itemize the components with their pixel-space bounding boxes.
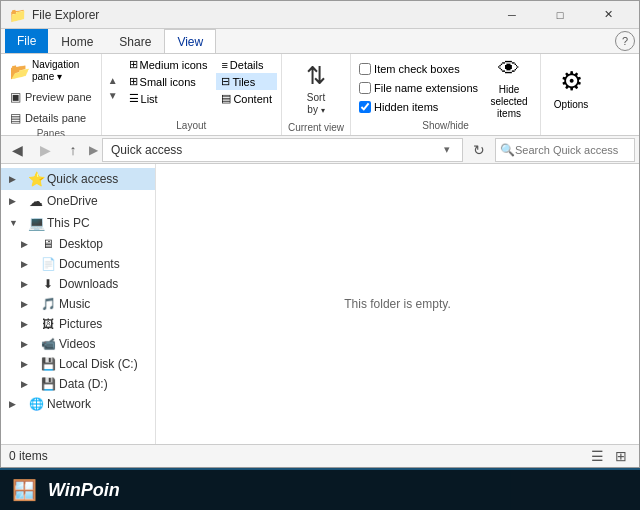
layout-scroll-up[interactable]: ▲ bbox=[106, 73, 120, 88]
search-box: 🔍 bbox=[495, 138, 635, 162]
navigation-pane-button[interactable]: 📂 Navigationpane ▾ bbox=[5, 56, 97, 86]
sidebar-item-desktop[interactable]: ▶ 🖥 Desktop bbox=[1, 234, 155, 254]
hide-selected-button[interactable]: 👁 Hide selected items bbox=[484, 58, 534, 118]
empty-folder-message: This folder is empty. bbox=[344, 297, 450, 311]
videos-icon: 📹 bbox=[39, 337, 57, 351]
address-dropdown-arrow[interactable]: ▾ bbox=[440, 143, 454, 156]
close-button[interactable]: ✕ bbox=[585, 1, 631, 29]
onedrive-icon: ☁ bbox=[27, 193, 45, 209]
sort-by-button[interactable]: ⇅ Sortby ▾ bbox=[294, 56, 339, 122]
sidebar-item-pictures[interactable]: ▶ 🖼 Pictures bbox=[1, 314, 155, 334]
onedrive-label: OneDrive bbox=[47, 194, 98, 208]
downloads-arrow: ▶ bbox=[21, 279, 37, 289]
back-button[interactable]: ◀ bbox=[5, 138, 29, 162]
search-input[interactable] bbox=[515, 144, 640, 156]
pictures-icon: 🖼 bbox=[39, 317, 57, 331]
panes-group: 📂 Navigationpane ▾ ▣ Preview pane ▤ Deta… bbox=[1, 54, 102, 135]
sidebar-item-local-disk-c[interactable]: ▶ 💾 Local Disk (C:) bbox=[1, 354, 155, 374]
layout-tiles[interactable]: ⊟ Tiles bbox=[216, 73, 277, 90]
hidden-items-toggle[interactable]: Hidden items bbox=[357, 98, 480, 116]
local-disk-c-icon: 💾 bbox=[39, 357, 57, 371]
layout-scroll-down[interactable]: ▼ bbox=[106, 88, 120, 103]
details-icon: ≡ bbox=[221, 59, 227, 71]
quick-access-label: Quick access bbox=[47, 172, 118, 186]
up-button[interactable]: ↑ bbox=[61, 138, 85, 162]
this-pc-arrow: ▼ bbox=[9, 218, 25, 228]
preview-pane-button[interactable]: ▣ Preview pane bbox=[5, 87, 97, 107]
layout-details[interactable]: ≡ Details bbox=[216, 56, 277, 73]
file-name-extensions-toggle[interactable]: File name extensions bbox=[357, 79, 480, 97]
windows-logo: 🪟 bbox=[12, 478, 37, 502]
sidebar-item-data-d[interactable]: ▶ 💾 Data (D:) bbox=[1, 374, 155, 394]
sidebar-item-documents[interactable]: ▶ 📄 Documents bbox=[1, 254, 155, 274]
this-pc-label: This PC bbox=[47, 216, 90, 230]
address-input-box[interactable]: Quick access ▾ bbox=[102, 138, 463, 162]
small-icons-icon: ⊞ bbox=[129, 75, 138, 88]
item-check-boxes-toggle[interactable]: Item check boxes bbox=[357, 60, 480, 78]
content-icon: ▤ bbox=[221, 92, 231, 105]
address-bar: ◀ ▶ ↑ ▶ Quick access ▾ ↻ 🔍 bbox=[1, 136, 639, 164]
this-pc-icon: 💻 bbox=[27, 215, 45, 231]
panes-group-content: 📂 Navigationpane ▾ ▣ Preview pane ▤ Deta… bbox=[5, 56, 97, 128]
address-path: Quick access bbox=[111, 143, 440, 157]
refresh-button[interactable]: ↻ bbox=[467, 138, 491, 162]
details-pane-button[interactable]: ▤ Details pane bbox=[5, 108, 97, 128]
sidebar-item-onedrive[interactable]: ▶ ☁ OneDrive bbox=[1, 190, 155, 212]
options-button[interactable]: ⚙ Options bbox=[547, 58, 595, 118]
network-label: Network bbox=[47, 397, 91, 411]
tab-share[interactable]: Share bbox=[106, 29, 164, 53]
music-label: Music bbox=[59, 297, 90, 311]
tab-file[interactable]: File bbox=[5, 29, 48, 53]
music-icon: 🎵 bbox=[39, 297, 57, 311]
sidebar-item-music[interactable]: ▶ 🎵 Music bbox=[1, 294, 155, 314]
sidebar-item-this-pc[interactable]: ▼ 💻 This PC bbox=[1, 212, 155, 234]
layout-medium-icons[interactable]: ⊞ Medium icons bbox=[124, 56, 213, 73]
title-bar-title: File Explorer bbox=[32, 8, 489, 22]
pictures-label: Pictures bbox=[59, 317, 102, 331]
quick-access-arrow: ▶ bbox=[9, 174, 25, 184]
layout-group-label: Layout bbox=[106, 120, 277, 133]
sort-icon: ⇅ bbox=[306, 62, 326, 90]
onedrive-arrow: ▶ bbox=[9, 196, 25, 206]
data-d-label: Data (D:) bbox=[59, 377, 108, 391]
network-icon: 🌐 bbox=[27, 397, 45, 411]
network-arrow: ▶ bbox=[9, 399, 25, 409]
sidebar-item-quick-access[interactable]: ▶ ⭐ Quick access bbox=[1, 168, 155, 190]
layout-group: ▲ ▼ ⊞ Medium icons ⊞ Small icons ☰ L bbox=[102, 54, 282, 135]
documents-arrow: ▶ bbox=[21, 259, 37, 269]
winpoin-label: WinPoin bbox=[48, 480, 120, 501]
pictures-arrow: ▶ bbox=[21, 319, 37, 329]
videos-label: Videos bbox=[59, 337, 95, 351]
start-button[interactable]: 🪟 bbox=[8, 474, 40, 506]
breadcrumb-arrow: ▶ bbox=[89, 143, 98, 157]
maximize-button[interactable]: □ bbox=[537, 1, 583, 29]
help-button[interactable]: ? bbox=[615, 31, 635, 51]
tab-view[interactable]: View bbox=[164, 29, 216, 53]
list-icon: ☰ bbox=[129, 92, 139, 105]
window-frame: 📁 File Explorer ─ □ ✕ File Home Share Vi… bbox=[0, 0, 640, 468]
options-group: ⚙ Options . bbox=[541, 54, 601, 135]
current-view-group: ⇅ Sortby ▾ Current view bbox=[282, 54, 351, 135]
content-area: This folder is empty. bbox=[156, 164, 639, 443]
minimize-button[interactable]: ─ bbox=[489, 1, 535, 29]
item-count: 0 items bbox=[9, 449, 48, 463]
main-area: ▶ ⭐ Quick access ▶ ☁ OneDrive ▼ 💻 This P… bbox=[1, 164, 639, 443]
tab-home[interactable]: Home bbox=[48, 29, 106, 53]
sidebar-item-downloads[interactable]: ▶ ⬇ Downloads bbox=[1, 274, 155, 294]
taskbar: 🪟 WinPoin bbox=[0, 470, 640, 510]
data-d-icon: 💾 bbox=[39, 377, 57, 391]
sidebar-item-network[interactable]: ▶ 🌐 Network bbox=[1, 394, 155, 414]
videos-arrow: ▶ bbox=[21, 339, 37, 349]
desktop-label: Desktop bbox=[59, 237, 103, 251]
sidebar-item-videos[interactable]: ▶ 📹 Videos bbox=[1, 334, 155, 354]
local-disk-c-label: Local Disk (C:) bbox=[59, 357, 138, 371]
view-tiles-button[interactable]: ⊞ bbox=[611, 446, 631, 466]
hide-selected-icon: 👁 bbox=[498, 56, 520, 82]
forward-button[interactable]: ▶ bbox=[33, 138, 57, 162]
layout-small-icons[interactable]: ⊞ Small icons bbox=[124, 73, 213, 90]
layout-content[interactable]: ▤ Content bbox=[216, 90, 277, 107]
view-list-button[interactable]: ☰ bbox=[587, 446, 607, 466]
quick-access-icon: ⭐ bbox=[27, 171, 45, 187]
layout-list[interactable]: ☰ List bbox=[124, 90, 213, 107]
details-pane-icon: ▤ bbox=[10, 111, 21, 125]
